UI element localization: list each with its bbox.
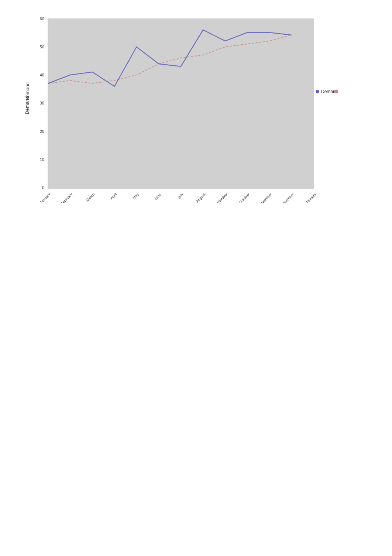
y-tick-30: 30 [40, 101, 44, 105]
x-tick-jan2: January [305, 192, 317, 203]
x-tick-nov: November [258, 192, 273, 203]
demand-legend-dot [316, 90, 319, 93]
chart-container: Demand 60 50 40 30 20 10 0 Demand Januar… [22, 11, 354, 218]
x-tick-jan1: January [39, 192, 51, 203]
x-tick-may: May [132, 192, 140, 200]
y-axis-text: Demand [24, 96, 30, 114]
y-tick-20: 20 [40, 129, 44, 134]
x-tick-mar: March [85, 192, 95, 202]
x-tick-apr: April [110, 192, 118, 200]
y-tick-0: 0 [42, 185, 44, 190]
x-tick-feb: February [60, 192, 73, 203]
x-tick-aug: August [195, 192, 206, 203]
y-tick-10: 10 [40, 157, 44, 162]
x-tick-dec: December [280, 192, 295, 203]
y-tick-40: 40 [40, 73, 44, 77]
plot-area [48, 18, 314, 188]
chart-svg: 60 50 40 30 20 10 0 Demand January Febru… [22, 11, 340, 203]
y-tick-60: 60 [40, 17, 44, 21]
forecast-legend-dot [334, 90, 338, 93]
x-tick-jun: June [153, 192, 162, 200]
x-tick-jul: July [176, 192, 184, 200]
x-tick-oct: October [238, 192, 251, 203]
x-tick-sep: September [213, 192, 228, 203]
y-tick-50: 50 [40, 45, 44, 49]
